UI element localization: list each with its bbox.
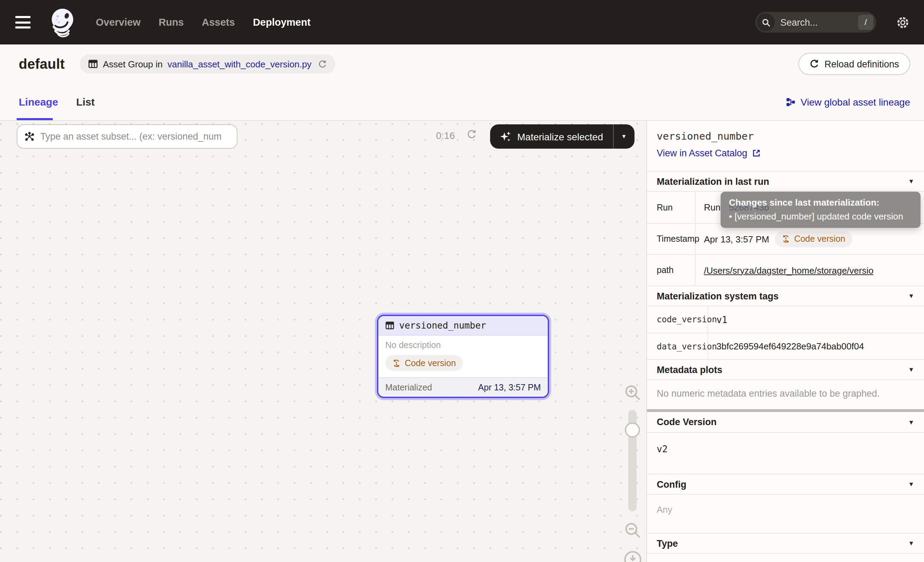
app: Overview Runs Assets Deployment / defaul…: [0, 0, 924, 562]
sparkle-icon: [500, 131, 512, 143]
chevron-down-icon: ▼: [908, 178, 914, 185]
materialize-selected-button[interactable]: Materialize selected ▼: [490, 124, 634, 149]
nav-item-assets[interactable]: Assets: [202, 17, 235, 28]
asset-group-badge-prefix: Asset Group in: [103, 59, 163, 69]
asset-node-name: versioned_number: [399, 320, 486, 331]
changes-tooltip: Changes since last materialization: • [v…: [721, 192, 921, 228]
asset-node[interactable]: versioned_number No description: [377, 315, 549, 398]
section-label: Materialization in last run: [657, 176, 769, 186]
zoom-slider-thumb[interactable]: [625, 422, 640, 438]
section-materialization-system-tags[interactable]: Materialization system tags ▼: [647, 286, 924, 307]
zoom-controls: [623, 383, 642, 562]
data-version-tag-value: 3bfc269594ef649228e9a74bab00f04: [708, 334, 924, 359]
section-label: Config: [657, 479, 687, 490]
reload-definitions-button[interactable]: Reload definitions: [798, 53, 910, 75]
tabs-row: Lineage List View global asset lineage: [0, 83, 924, 121]
timestamp-row-label: Timestamp: [647, 224, 696, 254]
asset-group-badge: Asset Group in vanilla_asset_with_code_v…: [80, 54, 335, 74]
asset-node-header: versioned_number: [378, 316, 548, 335]
asset-node-description: No description: [385, 340, 541, 350]
view-in-asset-catalog-label: View in Asset Catalog: [657, 148, 747, 158]
refresh-timer: 0:16: [436, 130, 455, 141]
search-input[interactable]: [780, 17, 858, 27]
reload-icon: [809, 59, 819, 69]
materialized-status-label: Materialized: [385, 382, 432, 392]
changes-tooltip-title: Changes since last materialization:: [729, 197, 912, 209]
system-tags-table: code_version v1 data_version 3bfc269594e…: [647, 307, 924, 359]
refresh-icon[interactable]: [318, 59, 327, 68]
zoom-slider[interactable]: [628, 410, 637, 511]
view-global-asset-lineage-link[interactable]: View global asset lineage: [786, 96, 910, 107]
sidebar-header: versioned_number View in Asset Catalog: [647, 121, 924, 171]
search-icon: [757, 13, 775, 31]
external-link-icon: [752, 149, 761, 158]
table-icon: [88, 59, 98, 69]
metadata-plots-empty-message: No numeric metadata entries available to…: [647, 380, 924, 409]
asset-node-selection-halo[interactable]: versioned_number No description: [375, 313, 551, 400]
chevron-down-icon: ▼: [908, 419, 914, 425]
code-version-change-badge: Code version: [775, 231, 852, 247]
section-materialization-in-last-run[interactable]: Materialization in last run ▼: [647, 171, 924, 192]
asset-subset-input[interactable]: [40, 131, 230, 142]
section-type[interactable]: Type ▼: [647, 533, 924, 554]
config-value: Any: [647, 494, 924, 533]
nav-links: Overview Runs Assets Deployment: [96, 17, 310, 28]
sync-alert-icon: [392, 359, 400, 367]
code-version-change-label: Code version: [405, 358, 456, 368]
zoom-out-icon[interactable]: [623, 521, 642, 539]
settings-gear-icon[interactable]: [896, 15, 910, 30]
asset-node-footer: Materialized Apr 13, 3:57 PM: [378, 377, 548, 397]
nav-item-runs[interactable]: Runs: [159, 17, 184, 28]
path-link[interactable]: /Users/sryza/dagster_home/storage/versio: [704, 265, 873, 275]
chevron-down-icon: ▼: [908, 366, 914, 373]
nav-item-deployment[interactable]: Deployment: [253, 17, 310, 28]
code-version-tag-label: code_version: [647, 307, 708, 333]
section-label: Materialization system tags: [657, 291, 778, 301]
run-row-label: Run: [647, 192, 696, 223]
path-row-label: path: [647, 255, 696, 286]
run-prefix: Run: [704, 202, 721, 213]
section-label: Metadata plots: [657, 364, 722, 375]
page-header: default Asset Group in vanilla_asset_wit…: [0, 45, 924, 83]
section-config[interactable]: Config ▼: [647, 474, 924, 494]
asset-group-file-link[interactable]: vanilla_asset_with_code_version.py: [168, 59, 312, 69]
section-code-version[interactable]: Code Version ▼: [647, 412, 924, 433]
changes-tooltip-item: • [versioned_number] updated code versio…: [729, 211, 912, 222]
table-icon: [385, 321, 394, 330]
dagster-logo-icon[interactable]: [46, 6, 78, 38]
timestamp-value: Apr 13, 3:57 PM: [704, 234, 769, 244]
tab-lineage[interactable]: Lineage: [19, 96, 58, 108]
data-version-tag-label: data_version: [647, 334, 708, 359]
code-version-tag-value: v1: [708, 307, 924, 333]
table-row-data-version: data_version 3bfc269594ef649228e9a74bab0…: [647, 333, 924, 359]
chevron-down-icon: ▼: [908, 293, 914, 299]
code-version-change-label: Code version: [794, 234, 845, 244]
download-graph-icon[interactable]: [623, 550, 642, 562]
nav-item-overview[interactable]: Overview: [96, 17, 141, 28]
content: 0:16 Materialize selected: [0, 121, 924, 562]
tab-list[interactable]: List: [76, 96, 94, 108]
asset-node-body: No description: [378, 335, 548, 377]
materialize-dropdown-caret[interactable]: ▼: [614, 124, 634, 149]
materialize-selected-main[interactable]: Materialize selected: [490, 124, 613, 149]
op-selector-icon: [24, 131, 35, 142]
zoom-in-icon[interactable]: [623, 383, 642, 401]
asset-subset-filter[interactable]: [16, 124, 237, 149]
top-nav: Overview Runs Assets Deployment /: [0, 0, 924, 45]
materialized-timestamp[interactable]: Apr 13, 3:57 PM: [478, 382, 541, 392]
lineage-canvas[interactable]: 0:16 Materialize selected: [0, 121, 646, 562]
code-version-change-badge: Code version: [385, 355, 463, 371]
materialize-selected-label: Materialize selected: [517, 131, 603, 142]
view-global-asset-lineage-label: View global asset lineage: [801, 96, 910, 107]
timer-refresh-icon[interactable]: [466, 129, 477, 140]
table-row-path: path /Users/sryza/dagster_home/storage/v…: [647, 254, 924, 286]
section-metadata-plots[interactable]: Metadata plots ▼: [647, 359, 924, 380]
global-search[interactable]: /: [755, 12, 876, 33]
view-in-asset-catalog-link[interactable]: View in Asset Catalog: [657, 148, 914, 158]
section-label: Code Version: [657, 417, 717, 427]
hamburger-menu-icon[interactable]: [14, 13, 32, 31]
section-label: Type: [657, 538, 678, 548]
asset-detail-sidebar: versioned_number View in Asset Catalog M…: [646, 121, 924, 562]
chevron-down-icon: ▼: [908, 481, 914, 488]
sidebar-asset-name: versioned_number: [657, 131, 914, 142]
